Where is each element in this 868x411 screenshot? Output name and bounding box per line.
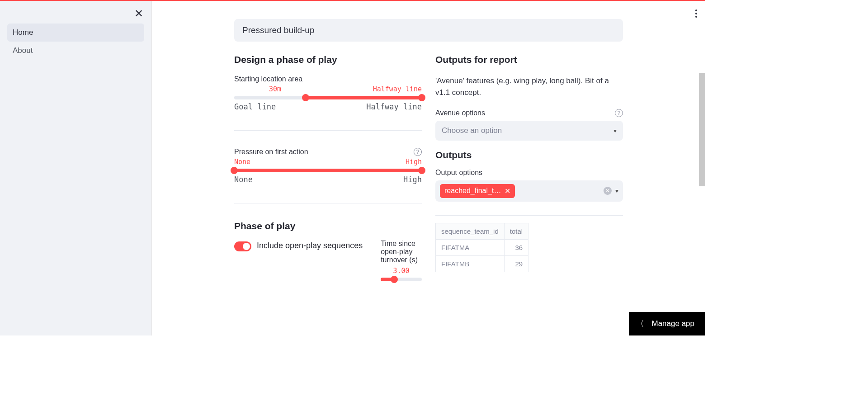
manage-label: Manage app xyxy=(651,319,694,328)
menu-icon[interactable] xyxy=(695,8,697,19)
output-options-multiselect[interactable]: reached_final_t… ✕ ✕ ▾ xyxy=(435,180,623,202)
slider-min-label: Goal line xyxy=(234,102,276,111)
sidebar-nav: Home About xyxy=(0,24,151,60)
toggle-label: Include open-play sequences xyxy=(257,240,363,251)
slider-min-label: None xyxy=(234,175,253,184)
expander-header[interactable]: Pressured build-up xyxy=(234,19,623,42)
slider-low-value: 30m xyxy=(269,85,281,93)
slider-value: 3.00 xyxy=(393,267,410,275)
turnover-slider[interactable]: Time since open-play turnover (s) 3.00 xyxy=(381,240,422,284)
slider-low-value: None xyxy=(234,158,250,166)
table-row: FIFATMB 29 xyxy=(436,255,528,272)
select-placeholder: Choose an option xyxy=(442,126,502,135)
chevron-left-icon: 〈 xyxy=(636,318,644,329)
manage-app-button[interactable]: 〈 Manage app xyxy=(629,312,705,335)
chevron-down-icon[interactable]: ▾ xyxy=(615,187,618,194)
pressure-label: Pressure on first action ? xyxy=(234,148,422,156)
outputs-heading: Outputs for report xyxy=(435,54,623,65)
main: Pressured build-up Design a phase of pla… xyxy=(152,1,705,335)
table-row: FIFATMA 36 xyxy=(436,239,528,255)
sidebar-item-about[interactable]: About xyxy=(7,42,144,60)
clear-all-icon[interactable]: ✕ xyxy=(604,187,612,195)
avenue-description: 'Avenue' features (e.g. wing play, long … xyxy=(435,75,623,99)
tag-remove-icon[interactable]: ✕ xyxy=(505,187,510,195)
divider xyxy=(435,215,623,216)
slider-max-label: High xyxy=(403,175,422,184)
slider-high-value: High xyxy=(406,158,422,166)
divider xyxy=(234,203,422,203)
starting-location-slider[interactable]: Starting location area 30m Halfway line xyxy=(234,75,422,111)
chevron-down-icon: ▾ xyxy=(613,127,617,134)
phase-heading: Phase of play xyxy=(234,221,422,231)
sidebar: ✕ Home About xyxy=(0,1,152,335)
selected-tag: reached_final_t… ✕ xyxy=(440,184,515,198)
slider-high-value: Halfway line xyxy=(373,85,422,93)
output-options-label: Output options xyxy=(435,169,623,177)
help-icon[interactable]: ? xyxy=(615,109,623,117)
divider xyxy=(234,130,422,131)
avenue-options-label: Avenue options ? xyxy=(435,109,623,117)
starting-location-label: Starting location area xyxy=(234,75,422,83)
close-icon[interactable]: ✕ xyxy=(134,7,143,20)
outputs-subheading: Outputs xyxy=(435,150,623,161)
switch[interactable] xyxy=(234,241,251,251)
help-icon[interactable]: ? xyxy=(414,148,422,156)
design-heading: Design a phase of play xyxy=(234,54,422,65)
include-open-play-toggle[interactable]: Include open-play sequences xyxy=(234,240,363,251)
sidebar-item-home[interactable]: Home xyxy=(7,24,144,42)
slider-max-label: Halfway line xyxy=(366,102,422,111)
pressure-slider[interactable]: Pressure on first action ? None High xyxy=(234,148,422,184)
results-table: sequence_team_id total FIFATMA 36 FIFATM… xyxy=(435,223,528,272)
col-header: sequence_team_id xyxy=(436,223,505,239)
right-column: Outputs for report 'Avenue' features (e.… xyxy=(435,54,623,284)
col-header: total xyxy=(504,223,528,239)
turnover-label: Time since open-play turnover (s) xyxy=(381,240,422,264)
scrollbar[interactable] xyxy=(699,73,705,186)
avenue-select[interactable]: Choose an option ▾ xyxy=(435,121,623,141)
left-column: Design a phase of play Starting location… xyxy=(234,54,422,284)
